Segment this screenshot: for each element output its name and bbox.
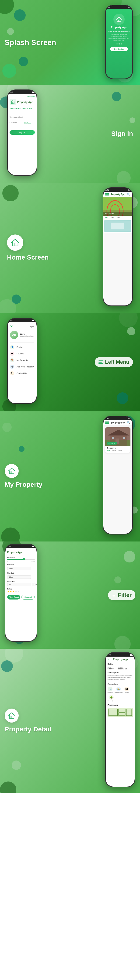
- splash-logo: [113, 14, 125, 25]
- splash-section: Splash Screen 9:41 ▮▮▮ Property App Find…: [0, 0, 140, 85]
- menu-item-addproperty[interactable]: ➕ Add New Property: [10, 363, 34, 370]
- search-icon[interactable]: 🔍: [127, 421, 130, 424]
- phone-status-bar: 9:41 ▮▮▮: [8, 90, 37, 94]
- detail-floor-image: [108, 708, 133, 717]
- menu-icon[interactable]: [105, 193, 109, 196]
- myproperty-icon-circle: [5, 464, 19, 478]
- deco-circle: [112, 92, 121, 101]
- house-icon: [116, 16, 122, 22]
- menu-item-contact[interactable]: 📞 Contact Us: [10, 370, 34, 377]
- signin-welcome: Welcome to Property App: [10, 107, 35, 109]
- garden-icon: 🌳: [109, 695, 114, 700]
- filter-button-row: Filter Reset Clear All: [7, 595, 35, 600]
- close-menu-button[interactable]: ✕: [10, 325, 13, 328]
- menu-icon[interactable]: [105, 422, 109, 424]
- myprop-beds: 2 BHK: [112, 450, 116, 451]
- signin-new-user[interactable]: New User?: [10, 96, 35, 97]
- detail-app-name: Property App: [113, 658, 128, 660]
- splash-app-title: Property App: [108, 26, 130, 29]
- signin-logo-row: Property App: [10, 99, 35, 105]
- filter-maxprice-input[interactable]: [32, 583, 37, 586]
- phone-status-bar: 9:41 ▮▮▮: [103, 188, 132, 192]
- filter-minbed-input[interactable]: [7, 567, 31, 570]
- myprop-type: Bungalow: [105, 446, 130, 449]
- menu-item-label-myproperty: My Property: [16, 359, 28, 361]
- dot-3: [121, 43, 122, 45]
- menu-item-favorite[interactable]: ❤ Favorite: [10, 350, 34, 357]
- home-app-name: Property App: [111, 193, 125, 196]
- forgot-password-link[interactable]: Forgot Password?: [24, 122, 35, 124]
- filter-stars[interactable]: ★ ★ ★ ★ ★: [7, 590, 35, 593]
- detail-floorplan-title: Floor plan: [106, 703, 135, 707]
- get-started-button[interactable]: Get Started: [110, 47, 128, 51]
- back-icon[interactable]: ←: [108, 657, 110, 661]
- filter-phone: 9:41 ▮▮▮ Property App Area(Sq.ft.) 0 5: [5, 544, 37, 642]
- star-2[interactable]: ★: [10, 590, 12, 593]
- leftmenu-user-row: AB ABC abcxxx@gmail.com: [10, 331, 34, 339]
- home-property-image: kids world: [103, 197, 132, 216]
- detail-label-area: Property Detail: [5, 708, 51, 733]
- menu-item-profile[interactable]: 👤 Profile: [10, 344, 34, 350]
- signin-screen-label: Sign In: [111, 130, 133, 137]
- phone-frame: 9:41 ▮▮▮ ← Property App ⋯ Detail Price $…: [105, 652, 135, 787]
- star-4[interactable]: ★: [15, 590, 17, 593]
- leftmenu-phone-screen: ✕ Logout AB ABC abcxxx@gmail.com 👤: [8, 322, 37, 404]
- signin-phone: 9:41 ▮▮▮ New User? Property App Welcome …: [7, 89, 37, 176]
- splash-screen-label: Splash Screen: [5, 38, 56, 47]
- search-icon[interactable]: 🔍: [127, 193, 130, 196]
- signin-label-area: Sign In: [111, 130, 133, 137]
- detail-phone-screen: ← Property App ⋯ Detail Price $ 000000 C…: [106, 657, 135, 787]
- myprop-card[interactable]: Bungalow Bungalow $000 2 BHK 3 Bath: [105, 427, 130, 453]
- phone-frame: 9:41 ▮▮▮ New User? Property App Welcome …: [7, 89, 37, 176]
- leftmenu-email: abcxxx@gmail.com: [20, 335, 34, 337]
- menu-item-myproperty[interactable]: 🏠 My Property: [10, 357, 34, 363]
- detail-icon-circle: [5, 708, 19, 722]
- myproperty-house-icon: [8, 468, 15, 474]
- home-topbar: Property App 🔍: [103, 192, 132, 197]
- phone-frame: 9:41 ▮▮▮ Property App Find Your Perfect …: [105, 5, 133, 79]
- leftmenu-header: ✕ Logout: [10, 325, 34, 328]
- logout-button[interactable]: Logout: [29, 326, 34, 328]
- phone-frame: 9:41 ▮▮▮ Property App Area(Sq.ft.) 0 5: [5, 544, 37, 642]
- home-icon-circle: [7, 234, 23, 251]
- deco-circle: [2, 64, 16, 78]
- phone-status-bar: 9:41 ▮▮▮: [106, 5, 132, 9]
- filter-minprice-input[interactable]: [7, 583, 31, 586]
- star-1[interactable]: ★: [7, 590, 9, 593]
- deco-circle: [0, 781, 16, 793]
- phone-frame: 9:41 ▮▮▮ ✕ Logout AB ABC abcxxx@gmail.co…: [7, 318, 37, 404]
- detail-price-block: Price $ 000000: [108, 667, 114, 670]
- svg-rect-22: [11, 716, 12, 718]
- amenity-pool-label: Swimming Pool: [114, 692, 122, 693]
- signin-button[interactable]: Sign In: [10, 130, 35, 135]
- leftmenu-label-area: Left Menu: [95, 357, 133, 367]
- deco-circle: [19, 446, 24, 452]
- deco-circle: [2, 185, 19, 201]
- filter-minbed-row: Min Bed: [7, 564, 35, 570]
- contact-icon: 📞: [10, 371, 14, 375]
- filter-area-slider[interactable]: [7, 559, 35, 560]
- myprop-bath: 3 Bath: [118, 450, 122, 451]
- filter-clear-button[interactable]: Clear All: [21, 595, 35, 600]
- password-input[interactable]: [10, 121, 24, 124]
- filter-maxbed-row: Max Bed: [7, 572, 35, 579]
- share-icon[interactable]: ⋯: [130, 658, 133, 660]
- username-input[interactable]: [10, 115, 35, 119]
- splash-tagline: Find Your Perfect Home: [108, 30, 130, 33]
- home-phone: 9:41 ▮▮▮ Property App 🔍: [103, 187, 133, 306]
- dot-2: [119, 43, 120, 45]
- leftmenu-user-info: ABC abcxxx@gmail.com: [20, 333, 34, 337]
- phone-status-bar: 9:41 ▮▮▮: [103, 416, 132, 420]
- filter-reset-button[interactable]: Filter Reset: [7, 595, 20, 600]
- deco-circle: [129, 118, 135, 123]
- myproperty-section: My Property 9:41 ▮▮▮ My Property 🔍: [0, 411, 140, 541]
- detail-contact-block: Contact 0219013428: [118, 667, 127, 670]
- menu-item-label-addproperty: Add New Property: [16, 366, 34, 368]
- svg-rect-13: [11, 471, 12, 474]
- filter-maxbed-input[interactable]: [7, 575, 31, 579]
- filter-topbar: Property App: [7, 550, 35, 555]
- filter-section: 9:41 ▮▮▮ Property App Area(Sq.ft.) 0 5: [0, 541, 140, 649]
- star-3[interactable]: ★: [12, 590, 14, 593]
- leftmenu-screen-label: Left Menu: [105, 359, 129, 365]
- star-5[interactable]: ★: [18, 590, 19, 593]
